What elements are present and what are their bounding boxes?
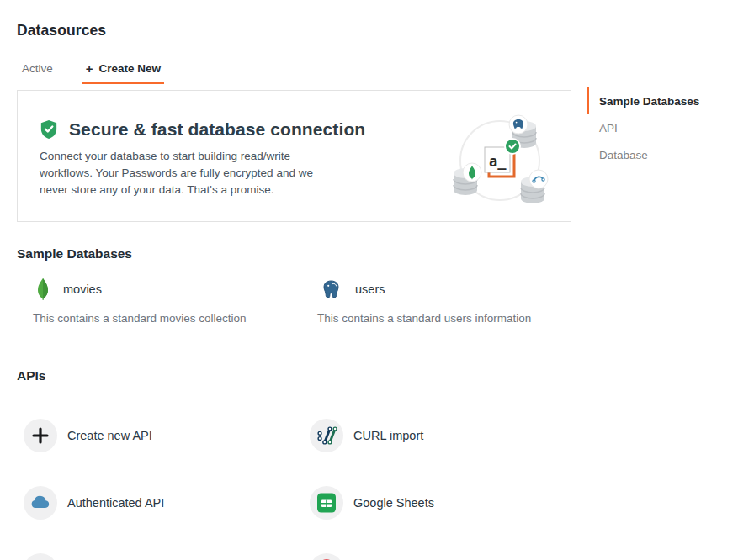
svg-text:a_: a_ [489,153,507,170]
api-card-airtable[interactable]: Airtable [17,536,301,560]
tab-bar: Active + Create New [19,59,164,84]
cloud-icon [24,486,57,520]
database-connection-illustration: a_ [438,98,565,220]
datasource-card-movies[interactable]: movies This contains a standard movies c… [17,277,301,325]
datasource-description: This contains a standard users informati… [317,312,573,325]
sidebar-item-sample-databases[interactable]: Sample Databases [587,87,746,114]
section-nav: Sample Databases API Database [587,87,746,168]
tab-create-new-label: Create New [99,62,162,75]
api-label: Google Sheets [353,496,434,510]
secure-connection-banner: Secure & fast database connection Connec… [17,90,571,222]
api-card-authenticated-api[interactable]: Authenticated API [17,469,301,536]
tab-create-new[interactable]: + Create New [82,59,164,84]
banner-title: Secure & fast database connection [69,119,365,140]
mongodb-badge-icon [463,163,481,182]
api-card-create-new-api[interactable]: Create new API [17,402,301,469]
twilio-icon [310,553,343,560]
api-label: Authenticated API [67,496,164,510]
sample-databases-heading: Sample Databases [17,246,132,262]
google-sheets-icon [310,486,343,520]
plus-icon: + [86,62,93,75]
tab-active-label: Active [22,62,53,75]
mongodb-icon [36,277,50,301]
datasource-name: users [355,283,385,296]
page-title: Datasources [17,22,106,40]
airtable-icon [24,553,57,560]
curl-icon [310,419,343,452]
datasource-name: movies [63,283,102,296]
apis-heading: APIs [17,368,45,383]
datasource-description: This contains a standard movies collecti… [33,312,301,325]
postgresql-icon [321,278,342,300]
tab-active[interactable]: Active [19,59,56,84]
api-card-google-sheets[interactable]: Google Sheets [301,469,573,536]
datasource-card-users[interactable]: users This contains a standard users inf… [301,277,573,325]
banner-description: Connect your database to start building … [40,148,336,198]
bezier-curve-badge-icon [529,170,548,188]
sample-databases-grid: movies This contains a standard movies c… [17,277,573,325]
api-card-twilio[interactable]: Twilio [301,536,573,560]
api-label: CURL import [353,429,423,442]
postgresql-badge-icon [509,115,528,134]
sidebar-item-database[interactable]: Database [587,141,746,168]
shield-check-icon [40,119,58,140]
sidebar-item-api[interactable]: API [587,114,746,141]
apis-grid: Create new API CURL import [17,402,573,560]
api-label: Create new API [67,429,152,442]
datasources-page: Datasources Active + Create New Secure &… [0,0,754,560]
api-card-curl-import[interactable]: CURL import [301,402,573,469]
plus-icon [24,419,57,452]
